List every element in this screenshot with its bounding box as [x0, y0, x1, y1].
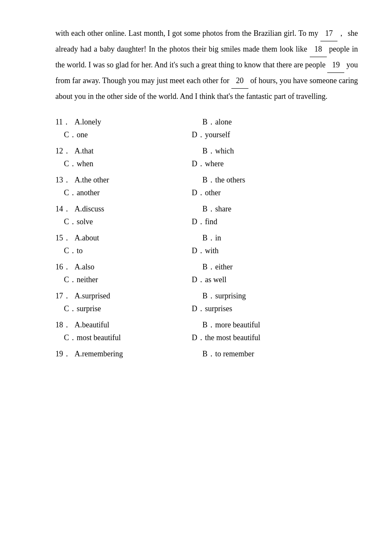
q16-option-a: A.also — [75, 263, 202, 272]
q14-option-d: D．find — [192, 217, 358, 227]
question-19: 19． A.remembering B．to remember — [55, 349, 358, 359]
q18-row-ab: 18． A.beautiful B．more beautiful — [55, 320, 358, 330]
q14-option-c: C．solve — [64, 217, 192, 227]
q19-option-b: B．to remember — [202, 349, 358, 359]
passage-text: with each other online. Last month, I go… — [55, 26, 358, 104]
blank-19: 19 — [327, 57, 344, 73]
q19-row-ab: 19． A.remembering B．to remember — [55, 349, 358, 359]
q13-number: 13． — [55, 175, 75, 185]
question-13: 13． A.the other B．the others C．another D… — [55, 175, 358, 198]
q18-option-d: D．the most beautiful — [192, 332, 358, 343]
q18-option-b: B．more beautiful — [202, 320, 358, 330]
q11-option-d: D．yourself — [192, 130, 358, 140]
q15-number: 15． — [55, 233, 75, 243]
q18-number: 18． — [55, 320, 75, 330]
q15-row-cd: C．to D．with — [55, 246, 358, 256]
q15-row-ab: 15． A.about B．in — [55, 233, 358, 243]
q15-option-d: D．with — [192, 246, 358, 256]
q13-option-c: C．another — [64, 188, 192, 198]
q16-option-d: D．as well — [192, 275, 358, 285]
q17-row-ab: 17． A.surprised B．surprising — [55, 291, 358, 301]
page: with each other online. Last month, I go… — [0, 0, 392, 388]
q14-row-ab: 14． A.discuss B．share — [55, 204, 358, 214]
blank-18: 18 — [310, 41, 327, 57]
q11-row-cd: C．one D．yourself — [55, 130, 358, 140]
q17-option-b: B．surprising — [202, 291, 358, 301]
q19-number: 19． — [55, 349, 75, 359]
q17-option-a: A.surprised — [75, 292, 202, 301]
q12-option-d: D．where — [192, 159, 358, 169]
blank-20: 20 — [231, 73, 248, 89]
passage-line1: with each other online. Last month, I go… — [55, 29, 358, 101]
q17-row-cd: C．surprise D．surprises — [55, 304, 358, 314]
q14-row-cd: C．solve D．find — [55, 217, 358, 227]
q11-number: 11． — [55, 117, 75, 127]
q12-number: 12． — [55, 146, 75, 156]
q17-option-d: D．surprises — [192, 304, 358, 314]
q11-option-a: A.lonely — [75, 118, 202, 127]
q16-row-ab: 16． A.also B．either — [55, 262, 358, 272]
q12-row-ab: 12． A.that B．which — [55, 146, 358, 156]
q13-option-d: D．other — [192, 188, 358, 198]
q11-option-c: C．one — [64, 130, 192, 140]
question-17: 17． A.surprised B．surprising C．surprise … — [55, 291, 358, 314]
q14-option-b: B．share — [202, 204, 358, 214]
blank-17: 17 — [320, 26, 337, 41]
q13-option-b: B．the others — [202, 175, 358, 185]
question-14: 14． A.discuss B．share C．solve D．find — [55, 204, 358, 227]
q13-row-cd: C．another D．other — [55, 188, 358, 198]
q18-option-a: A.beautiful — [75, 321, 202, 330]
q15-option-c: C．to — [64, 246, 192, 256]
q13-option-a: A.the other — [75, 176, 202, 185]
question-15: 15． A.about B．in C．to D．with — [55, 233, 358, 256]
q12-option-a: A.that — [75, 147, 202, 156]
question-16: 16． A.also B．either C．neither D．as well — [55, 262, 358, 285]
q16-number: 16． — [55, 262, 75, 272]
q17-option-c: C．surprise — [64, 304, 192, 314]
q13-row-ab: 13． A.the other B．the others — [55, 175, 358, 185]
q16-option-b: B．either — [202, 262, 358, 272]
q11-option-b: B．alone — [202, 117, 358, 127]
questions-section: 11． A.lonely B．alone C．one D．yourself 12… — [55, 117, 358, 359]
question-18: 18． A.beautiful B．more beautiful C．most … — [55, 320, 358, 343]
q14-number: 14． — [55, 204, 75, 214]
q16-row-cd: C．neither D．as well — [55, 275, 358, 285]
q12-option-c: C．when — [64, 159, 192, 169]
q16-option-c: C．neither — [64, 275, 192, 285]
question-11: 11． A.lonely B．alone C．one D．yourself — [55, 117, 358, 140]
q12-row-cd: C．when D．where — [55, 159, 358, 169]
q12-option-b: B．which — [202, 146, 358, 156]
q11-row-ab: 11． A.lonely B．alone — [55, 117, 358, 127]
q18-row-cd: C．most beautiful D．the most beautiful — [55, 332, 358, 343]
q19-option-a: A.remembering — [75, 350, 202, 358]
q14-option-a: A.discuss — [75, 205, 202, 214]
q15-option-b: B．in — [202, 233, 358, 243]
q15-option-a: A.about — [75, 234, 202, 243]
q18-option-c: C．most beautiful — [64, 332, 192, 343]
q17-number: 17． — [55, 291, 75, 301]
question-12: 12． A.that B．which C．when D．where — [55, 146, 358, 169]
